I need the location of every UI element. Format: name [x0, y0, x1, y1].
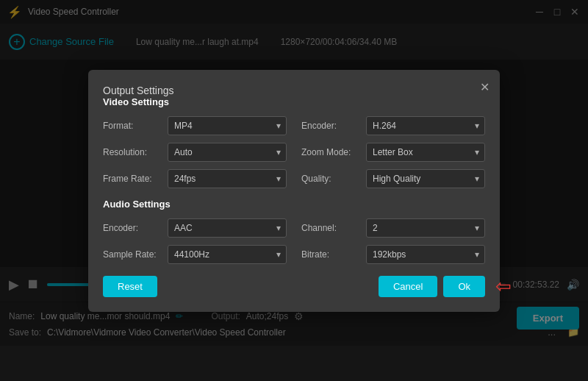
bitrate-select[interactable]: 192kbps 128kbps 256kbps 320kbps — [366, 245, 485, 264]
frame-rate-row: Frame Rate: 24fps 25fps 30fps — [103, 169, 287, 188]
frame-rate-select[interactable]: 24fps 25fps 30fps — [168, 169, 287, 188]
resolution-label: Resolution: — [103, 147, 162, 157]
resolution-row: Resolution: Auto 1920x1080 1280x720 — [103, 143, 287, 162]
dialog-title: Output Settings — [103, 85, 174, 96]
bitrate-select-wrapper[interactable]: 192kbps 128kbps 256kbps 320kbps — [366, 245, 485, 264]
resolution-select-wrapper[interactable]: Auto 1920x1080 1280x720 — [168, 143, 287, 162]
channel-select[interactable]: 2 1 — [366, 218, 485, 238]
audio-settings-grid: Encoder: AAC MP3 AC3 Channel: 2 1 — [103, 218, 485, 264]
encoder-row: Encoder: H.264 H.265 — [301, 116, 485, 135]
sample-rate-select-wrapper[interactable]: 44100Hz 22050Hz 48000Hz — [168, 245, 287, 264]
quality-row: Quality: High Quality Medium Quality Low… — [301, 169, 485, 188]
ok-wrapper: Ok ⇦ — [443, 276, 485, 297]
resolution-select[interactable]: Auto 1920x1080 1280x720 — [168, 143, 287, 162]
sample-rate-row: Sample Rate: 44100Hz 22050Hz 48000Hz — [103, 245, 287, 264]
dialog-close-button[interactable]: ✕ — [480, 80, 490, 94]
audio-section-heading: Audio Settings — [103, 199, 485, 210]
quality-label: Quality: — [301, 174, 360, 184]
video-settings-grid: Format: MP4 AVI MOV Encoder: H.264 H.265 — [103, 116, 485, 188]
bitrate-label: Bitrate: — [301, 249, 360, 260]
ok-button[interactable]: Ok — [443, 276, 485, 297]
zoom-mode-select[interactable]: Letter Box Pan & Scan Full — [366, 143, 485, 162]
channel-label: Channel: — [301, 223, 360, 233]
channel-row: Channel: 2 1 — [301, 218, 485, 238]
channel-select-wrapper[interactable]: 2 1 — [366, 218, 485, 238]
encoder-select-wrapper[interactable]: H.264 H.265 — [366, 116, 485, 135]
encoder-label: Encoder: — [301, 121, 360, 131]
audio-encoder-label: Encoder: — [103, 223, 162, 233]
dialog-footer: Reset Cancel Ok ⇦ — [103, 276, 485, 297]
cancel-button[interactable]: Cancel — [379, 276, 437, 297]
video-section-heading: Video Settings — [103, 96, 485, 107]
quality-select[interactable]: High Quality Medium Quality Low Quality — [366, 169, 485, 188]
format-select[interactable]: MP4 AVI MOV — [168, 116, 287, 135]
sample-rate-label: Sample Rate: — [103, 249, 162, 260]
zoom-mode-label: Zoom Mode: — [301, 147, 360, 157]
format-select-wrapper[interactable]: MP4 AVI MOV — [168, 116, 287, 135]
audio-encoder-select-wrapper[interactable]: AAC MP3 AC3 — [168, 218, 287, 238]
arrow-indicator-icon: ⇦ — [495, 275, 512, 298]
audio-encoder-select[interactable]: AAC MP3 AC3 — [168, 218, 287, 238]
sample-rate-select[interactable]: 44100Hz 22050Hz 48000Hz — [168, 245, 287, 264]
zoom-mode-select-wrapper[interactable]: Letter Box Pan & Scan Full — [366, 143, 485, 162]
format-row: Format: MP4 AVI MOV — [103, 116, 287, 135]
quality-select-wrapper[interactable]: High Quality Medium Quality Low Quality — [366, 169, 485, 188]
frame-rate-label: Frame Rate: — [103, 174, 162, 184]
output-settings-dialog: Output Settings ✕ Video Settings Format:… — [88, 70, 500, 312]
format-label: Format: — [103, 121, 162, 131]
reset-button[interactable]: Reset — [103, 276, 157, 297]
bitrate-row: Bitrate: 192kbps 128kbps 256kbps 320kbps — [301, 245, 485, 264]
encoder-select[interactable]: H.264 H.265 — [366, 116, 485, 135]
modal-overlay: Output Settings ✕ Video Settings Format:… — [0, 0, 588, 381]
frame-rate-select-wrapper[interactable]: 24fps 25fps 30fps — [168, 169, 287, 188]
audio-encoder-row: Encoder: AAC MP3 AC3 — [103, 218, 287, 238]
zoom-mode-row: Zoom Mode: Letter Box Pan & Scan Full — [301, 143, 485, 162]
